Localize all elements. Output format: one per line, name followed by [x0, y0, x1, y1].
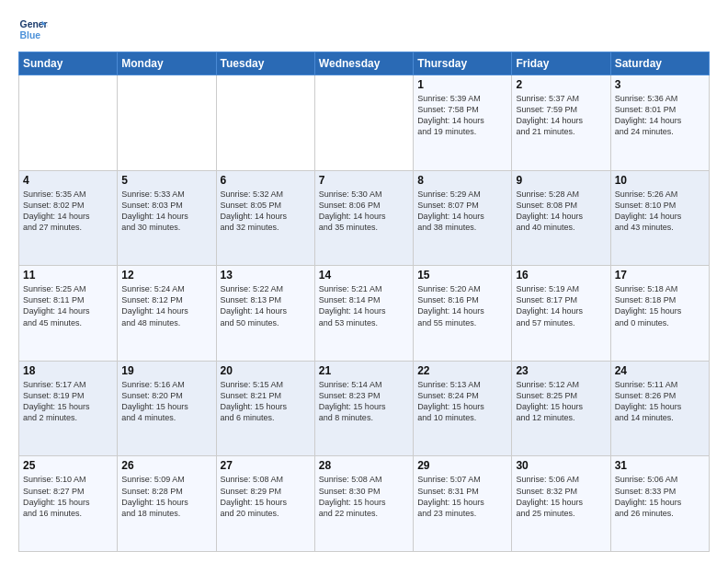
calendar-cell: 10Sunrise: 5:26 AM Sunset: 8:10 PM Dayli…	[610, 170, 709, 266]
calendar-cell: 12Sunrise: 5:24 AM Sunset: 8:12 PM Dayli…	[118, 266, 216, 362]
calendar-cell: 31Sunrise: 5:06 AM Sunset: 8:33 PM Dayli…	[610, 456, 709, 552]
day-number: 7	[319, 174, 409, 187]
cell-details: Sunrise: 5:08 AM Sunset: 8:29 PM Dayligh…	[221, 474, 311, 519]
cell-details: Sunrise: 5:08 AM Sunset: 8:30 PM Dayligh…	[319, 474, 409, 519]
day-number: 25	[23, 459, 113, 472]
week-row-1: 4Sunrise: 5:35 AM Sunset: 8:02 PM Daylig…	[19, 170, 710, 266]
day-number: 23	[516, 364, 606, 377]
cell-details: Sunrise: 5:22 AM Sunset: 8:13 PM Dayligh…	[221, 283, 311, 328]
calendar-cell	[216, 75, 314, 171]
weekday-tuesday: Tuesday	[216, 52, 314, 75]
cell-details: Sunrise: 5:06 AM Sunset: 8:32 PM Dayligh…	[516, 474, 606, 519]
weekday-saturday: Saturday	[610, 52, 709, 75]
cell-details: Sunrise: 5:15 AM Sunset: 8:21 PM Dayligh…	[221, 379, 311, 424]
calendar-cell: 5Sunrise: 5:33 AM Sunset: 8:03 PM Daylig…	[118, 170, 216, 266]
cell-details: Sunrise: 5:29 AM Sunset: 8:07 PM Dayligh…	[417, 189, 507, 234]
calendar-cell: 11Sunrise: 5:25 AM Sunset: 8:11 PM Dayli…	[19, 266, 118, 362]
cell-details: Sunrise: 5:36 AM Sunset: 8:01 PM Dayligh…	[615, 93, 705, 138]
cell-details: Sunrise: 5:09 AM Sunset: 8:28 PM Dayligh…	[121, 474, 211, 519]
svg-text:Blue: Blue	[20, 30, 41, 40]
calendar-cell: 7Sunrise: 5:30 AM Sunset: 8:06 PM Daylig…	[314, 170, 413, 266]
calendar-cell: 13Sunrise: 5:22 AM Sunset: 8:13 PM Dayli…	[216, 266, 314, 362]
day-number: 5	[121, 174, 211, 187]
cell-details: Sunrise: 5:13 AM Sunset: 8:24 PM Dayligh…	[417, 379, 507, 424]
cell-details: Sunrise: 5:20 AM Sunset: 8:16 PM Dayligh…	[417, 283, 507, 328]
week-row-4: 25Sunrise: 5:10 AM Sunset: 8:27 PM Dayli…	[19, 456, 710, 552]
calendar-cell: 8Sunrise: 5:29 AM Sunset: 8:07 PM Daylig…	[414, 170, 512, 266]
cell-details: Sunrise: 5:21 AM Sunset: 8:14 PM Dayligh…	[319, 283, 409, 328]
cell-details: Sunrise: 5:06 AM Sunset: 8:33 PM Dayligh…	[615, 474, 705, 519]
calendar-cell: 4Sunrise: 5:35 AM Sunset: 8:02 PM Daylig…	[19, 170, 118, 266]
cell-details: Sunrise: 5:17 AM Sunset: 8:19 PM Dayligh…	[23, 379, 113, 424]
calendar-table: SundayMondayTuesdayWednesdayThursdayFrid…	[18, 52, 710, 552]
day-number: 8	[417, 174, 507, 187]
cell-details: Sunrise: 5:14 AM Sunset: 8:23 PM Dayligh…	[319, 379, 409, 424]
day-number: 14	[319, 269, 409, 282]
cell-details: Sunrise: 5:25 AM Sunset: 8:11 PM Dayligh…	[23, 283, 113, 328]
day-number: 31	[615, 459, 705, 472]
day-number: 21	[319, 364, 409, 377]
logo: General Blue	[18, 15, 48, 44]
weekday-thursday: Thursday	[414, 52, 512, 75]
day-number: 17	[615, 269, 705, 282]
day-number: 10	[615, 174, 705, 187]
calendar-cell: 29Sunrise: 5:07 AM Sunset: 8:31 PM Dayli…	[414, 456, 512, 552]
day-number: 26	[121, 459, 211, 472]
calendar-cell: 3Sunrise: 5:36 AM Sunset: 8:01 PM Daylig…	[610, 75, 709, 171]
cell-details: Sunrise: 5:24 AM Sunset: 8:12 PM Dayligh…	[121, 283, 211, 328]
calendar-cell: 28Sunrise: 5:08 AM Sunset: 8:30 PM Dayli…	[314, 456, 413, 552]
calendar-cell: 6Sunrise: 5:32 AM Sunset: 8:05 PM Daylig…	[216, 170, 314, 266]
weekday-wednesday: Wednesday	[314, 52, 413, 75]
cell-details: Sunrise: 5:26 AM Sunset: 8:10 PM Dayligh…	[615, 189, 705, 234]
day-number: 9	[516, 174, 606, 187]
day-number: 12	[121, 269, 211, 282]
day-number: 16	[516, 269, 606, 282]
cell-details: Sunrise: 5:10 AM Sunset: 8:27 PM Dayligh…	[23, 474, 113, 519]
day-number: 18	[23, 364, 113, 377]
calendar-cell: 17Sunrise: 5:18 AM Sunset: 8:18 PM Dayli…	[610, 266, 709, 362]
cell-details: Sunrise: 5:28 AM Sunset: 8:08 PM Dayligh…	[516, 189, 606, 234]
calendar-cell	[118, 75, 216, 171]
calendar-cell: 16Sunrise: 5:19 AM Sunset: 8:17 PM Dayli…	[512, 266, 610, 362]
calendar-cell: 1Sunrise: 5:39 AM Sunset: 7:58 PM Daylig…	[414, 75, 512, 171]
day-number: 28	[319, 459, 409, 472]
weekday-monday: Monday	[118, 52, 216, 75]
calendar-cell: 9Sunrise: 5:28 AM Sunset: 8:08 PM Daylig…	[512, 170, 610, 266]
day-number: 1	[417, 78, 507, 91]
day-number: 30	[516, 459, 606, 472]
day-number: 11	[23, 269, 113, 282]
week-row-0: 1Sunrise: 5:39 AM Sunset: 7:58 PM Daylig…	[19, 75, 710, 171]
day-number: 20	[221, 364, 311, 377]
header: General Blue	[18, 15, 710, 44]
calendar-cell: 24Sunrise: 5:11 AM Sunset: 8:26 PM Dayli…	[610, 361, 709, 456]
day-number: 2	[516, 78, 606, 91]
calendar-cell: 26Sunrise: 5:09 AM Sunset: 8:28 PM Dayli…	[118, 456, 216, 552]
calendar-cell: 22Sunrise: 5:13 AM Sunset: 8:24 PM Dayli…	[414, 361, 512, 456]
week-row-2: 11Sunrise: 5:25 AM Sunset: 8:11 PM Dayli…	[19, 266, 710, 362]
cell-details: Sunrise: 5:33 AM Sunset: 8:03 PM Dayligh…	[121, 189, 211, 234]
calendar-cell	[19, 75, 118, 171]
week-row-3: 18Sunrise: 5:17 AM Sunset: 8:19 PM Dayli…	[19, 361, 710, 456]
calendar-cell: 14Sunrise: 5:21 AM Sunset: 8:14 PM Dayli…	[314, 266, 413, 362]
cell-details: Sunrise: 5:32 AM Sunset: 8:05 PM Dayligh…	[221, 189, 311, 234]
cell-details: Sunrise: 5:39 AM Sunset: 7:58 PM Dayligh…	[417, 93, 507, 138]
page: General Blue SundayMondayTuesdayWednesda…	[0, 0, 728, 563]
day-number: 6	[221, 174, 311, 187]
cell-details: Sunrise: 5:16 AM Sunset: 8:20 PM Dayligh…	[121, 379, 211, 424]
day-number: 13	[221, 269, 311, 282]
cell-details: Sunrise: 5:37 AM Sunset: 7:59 PM Dayligh…	[516, 93, 606, 138]
logo-icon: General Blue	[18, 15, 48, 44]
day-number: 15	[417, 269, 507, 282]
day-number: 22	[417, 364, 507, 377]
weekday-sunday: Sunday	[19, 52, 118, 75]
day-number: 24	[615, 364, 705, 377]
calendar-cell: 18Sunrise: 5:17 AM Sunset: 8:19 PM Dayli…	[19, 361, 118, 456]
weekday-friday: Friday	[512, 52, 610, 75]
cell-details: Sunrise: 5:35 AM Sunset: 8:02 PM Dayligh…	[23, 189, 113, 234]
calendar-cell: 15Sunrise: 5:20 AM Sunset: 8:16 PM Dayli…	[414, 266, 512, 362]
cell-details: Sunrise: 5:30 AM Sunset: 8:06 PM Dayligh…	[319, 189, 409, 234]
weekday-header-row: SundayMondayTuesdayWednesdayThursdayFrid…	[19, 52, 710, 75]
cell-details: Sunrise: 5:19 AM Sunset: 8:17 PM Dayligh…	[516, 283, 606, 328]
cell-details: Sunrise: 5:12 AM Sunset: 8:25 PM Dayligh…	[516, 379, 606, 424]
calendar-cell: 27Sunrise: 5:08 AM Sunset: 8:29 PM Dayli…	[216, 456, 314, 552]
